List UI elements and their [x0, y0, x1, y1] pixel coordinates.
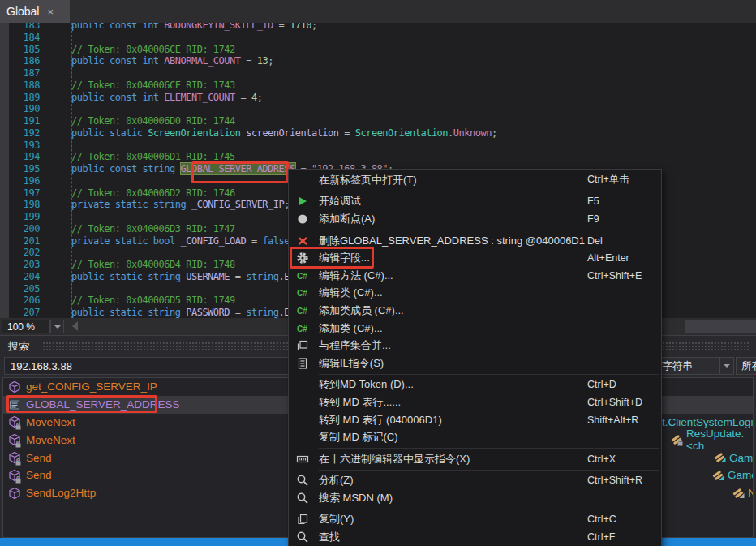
- menu-item[interactable]: C#编辑类 (C#)...: [289, 285, 661, 303]
- line-number: 197: [0, 187, 40, 200]
- play-icon: [296, 195, 309, 208]
- menu-item[interactable]: 编辑字段...Alt+Enter: [289, 249, 661, 267]
- result-location: Ne: [732, 484, 754, 502]
- search-scope-combo[interactable]: 所有文件: [736, 357, 756, 375]
- scrollbar-left-arrow-icon[interactable]: [72, 321, 78, 331]
- gear-icon: [296, 252, 309, 264]
- menu-item[interactable]: 复制 MD 标记(C): [289, 428, 661, 446]
- menu-item[interactable]: C#编辑方法 (C#)...Ctrl+Shift+E: [289, 267, 661, 285]
- csharp-icon: C#: [296, 304, 309, 317]
- menu-item-shortcut: Ctrl+Shift+R: [587, 475, 642, 486]
- tab-close-icon[interactable]: ×: [47, 6, 54, 18]
- search-icon: [296, 531, 309, 544]
- menu-item-label: 删除GLOBAL_SERVER_ADDRESS : string @040006…: [319, 234, 585, 248]
- zoom-level-combo[interactable]: 100 %: [2, 320, 50, 333]
- result-location: GameS: [711, 466, 754, 484]
- menu-item-shortcut: Ctrl+X: [587, 454, 616, 465]
- menu-item[interactable]: 转到MD Token (D)...Ctrl+D: [289, 376, 661, 394]
- menu-item[interactable]: 查找Ctrl+F: [289, 528, 661, 546]
- menu-item[interactable]: 转到 MD 表行 (040006D1)Shift+Alt+R: [289, 411, 661, 429]
- menu-item[interactable]: 在十六进制编辑器中显示指令(X)Ctrl+X: [289, 450, 661, 468]
- result-name: SendLog2Http: [26, 487, 96, 499]
- line-number: 189: [0, 92, 40, 104]
- hex-icon: [296, 453, 309, 466]
- menu-item[interactable]: C#添加类成员 (C#)...: [289, 302, 661, 320]
- menu-item[interactable]: 与程序集合并...: [289, 337, 661, 355]
- menu-separator: [319, 230, 659, 230]
- code-line[interactable]: 194// Token: 0x040006D1 RID: 1745: [0, 151, 756, 163]
- menu-item[interactable]: 添加断点(A)F9: [289, 210, 661, 228]
- line-number: 193: [0, 140, 40, 152]
- code-line[interactable]: 185// Token: 0x040006CE RID: 1742: [0, 44, 756, 56]
- menu-item-label: 转到MD Token (D)...: [319, 377, 414, 392]
- menu-item[interactable]: C#添加类 (C#)...: [289, 320, 661, 337]
- code-text: [40, 140, 71, 152]
- menu-separator: [319, 191, 659, 191]
- svg-text:C#: C#: [297, 307, 307, 316]
- csharp-icon: C#: [296, 269, 309, 282]
- menu-item[interactable]: 转到 MD 表行......Ctrl+Shift+D: [289, 393, 661, 411]
- menu-item-shortcut: Ctrl+Shift+D: [587, 397, 642, 408]
- search-icon: [296, 474, 309, 487]
- menu-item[interactable]: 删除GLOBAL_SERVER_ADDRESS : string @040006…: [289, 232, 661, 250]
- search-icon: [296, 492, 309, 505]
- code-text: // Token: 0x040006CE RID: 1742: [40, 44, 235, 56]
- line-number: 202: [0, 247, 40, 259]
- delete-icon: [296, 234, 309, 247]
- zoom-dropdown-button[interactable]: [50, 320, 64, 333]
- menu-item[interactable]: 在新标签页中打开(T)Ctrl+单击: [289, 171, 661, 189]
- menu-item-label: 复制 MD 标记(C): [319, 430, 398, 445]
- menu-item-label: 搜索 MSDN (M): [319, 491, 393, 505]
- code-line[interactable]: 189public const int ELEMENT_COUNT = 4;: [0, 92, 756, 104]
- code-line[interactable]: 190: [0, 103, 756, 115]
- code-line[interactable]: 183public const int BODONGKEYIN_SKILL_ID…: [0, 23, 756, 32]
- tab-title: Global: [6, 5, 39, 18]
- result-name: Send: [26, 452, 52, 464]
- code-line[interactable]: 184: [0, 32, 756, 44]
- menu-item-label: 与程序集合并...: [319, 338, 391, 353]
- svg-text:C#: C#: [297, 325, 307, 333]
- menu-item-label: 查找: [319, 530, 340, 544]
- code-line[interactable]: 188// Token: 0x040006CF RID: 1743: [0, 80, 756, 92]
- code-line[interactable]: 186public const int ABNORMAL_COUNT = 13;: [0, 55, 756, 67]
- code-text: // Token: 0x040006D2 RID: 1746: [40, 187, 235, 200]
- line-number: 205: [0, 283, 40, 295]
- code-line[interactable]: 187: [0, 67, 756, 80]
- menu-item-shortcut: Ctrl+D: [587, 379, 616, 390]
- menu-item[interactable]: 复制(Y)Ctrl+C: [289, 511, 661, 529]
- code-line[interactable]: 192public static ScreenOrientation scree…: [0, 127, 756, 140]
- search-scope-value: 所有文件: [741, 359, 756, 373]
- code-text: public const int ELEMENT_COUNT = 4;: [40, 92, 262, 104]
- code-line[interactable]: 193: [0, 140, 756, 152]
- menu-separator: [319, 470, 659, 471]
- line-number: 188: [0, 80, 40, 92]
- menu-separator: [319, 509, 659, 509]
- code-text: [40, 67, 71, 80]
- scrollbar-thumb[interactable]: [685, 320, 756, 333]
- menu-item-shortcut: Alt+Enter: [587, 252, 629, 264]
- line-number: 185: [0, 44, 40, 56]
- menu-item-label: 编辑IL指令(S): [319, 356, 384, 371]
- result-location: GameS: [713, 449, 754, 466]
- menu-item-label: 分析(Z): [319, 473, 354, 488]
- menu-item[interactable]: 分析(Z)Ctrl+Shift+R: [289, 472, 661, 490]
- tab-bar: Global ×: [0, 0, 756, 23]
- menu-separator: [319, 374, 659, 375]
- menu-item[interactable]: 编辑IL指令(S): [289, 355, 661, 372]
- menu-item[interactable]: 搜索 MSDN (M): [289, 489, 661, 507]
- menu-item-label: 编辑方法 (C#)...: [319, 269, 393, 283]
- menu-item-shortcut: F5: [587, 196, 599, 207]
- menu-item-shortcut: Ctrl+C: [587, 514, 616, 525]
- menu-item[interactable]: 开始调试F5: [289, 193, 661, 211]
- line-number: 206: [0, 294, 40, 307]
- code-text: private static bool _CONFIG_LOAD = false…: [40, 235, 295, 247]
- code-text: // Token: 0x040006D3 RID: 1747: [40, 223, 235, 235]
- line-number: 201: [0, 235, 40, 247]
- menu-item-shortcut: Ctrl+单击: [587, 173, 629, 187]
- menu-item-shortcut: Ctrl+F: [587, 531, 615, 543]
- field-icon: [8, 398, 21, 411]
- menu-item-shortcut: F9: [587, 213, 599, 225]
- code-text: [40, 175, 71, 187]
- tab-global[interactable]: Global ×: [0, 0, 70, 23]
- code-line[interactable]: 191// Token: 0x040006D0 RID: 1744: [0, 115, 756, 127]
